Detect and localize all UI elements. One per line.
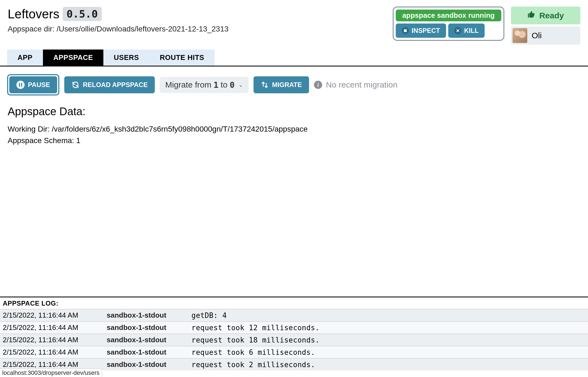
appspace-dir-line: Appspace dir: /Users/ollie/Downloads/lef…: [8, 25, 386, 33]
migrate-to-text: to: [221, 80, 228, 89]
log-source: sandbox-1-stdout: [104, 358, 189, 370]
user-name: Oli: [532, 31, 542, 40]
log-row: 2/15/2022, 11:16:44 AMsandbox-1-stdoutre…: [0, 346, 588, 358]
log-source: sandbox-1-stdout: [104, 334, 189, 346]
user-chip[interactable]: Oli: [511, 27, 580, 45]
migrate-range-select[interactable]: Migrate from 1 to 0 ⌄: [160, 77, 249, 93]
log-table: 2/15/2022, 11:16:44 AMsandbox-1-stdoutge…: [0, 309, 588, 370]
working-dir-line: Working Dir: /var/folders/6z/x6_ksh3d2bl…: [8, 125, 580, 134]
reload-appspace-button[interactable]: RELOAD APPSPACE: [64, 76, 155, 93]
kill-button[interactable]: KILL: [448, 24, 485, 38]
log-row: 2/15/2022, 11:16:44 AMsandbox-1-stdoutre…: [0, 321, 588, 334]
version-badge: 0.5.0: [63, 7, 101, 21]
ready-label: Ready: [539, 11, 564, 20]
migrate-button[interactable]: MIGRATE: [254, 76, 309, 93]
inspect-button-label: INSPECT: [412, 27, 440, 34]
working-dir-value: /var/folders/6z/x6_ksh3d2blc7s6rn5fy098h…: [52, 125, 308, 133]
log-header: APPSPACE LOG:: [0, 297, 588, 309]
log-row: 2/15/2022, 11:16:44 AMsandbox-1-stdoutge…: [0, 309, 588, 321]
appspace-dir-label: Appspace dir:: [8, 25, 54, 33]
working-dir-label: Working Dir:: [8, 125, 50, 133]
tab-routehits[interactable]: ROUTE HITS: [149, 50, 214, 66]
sandbox-panel: appspace sandbox running INSPECT KILL: [393, 7, 504, 41]
log-source: sandbox-1-stdout: [104, 321, 189, 334]
thumbs-up-icon: [527, 10, 535, 21]
migrate-from-value: 1: [214, 80, 219, 90]
migration-status: i No recent migration: [314, 80, 398, 89]
tab-bar: APP APPSPACE USERS ROUTE HITS: [7, 50, 588, 66]
log-message: request took 18 milliseconds.: [189, 334, 588, 346]
log-time: 2/15/2022, 11:16:44 AM: [0, 334, 104, 346]
log-source: sandbox-1-stdout: [104, 309, 189, 321]
log-message: request took 2 milliseconds.: [189, 358, 588, 370]
kill-button-label: KILL: [464, 27, 479, 34]
reload-icon: [71, 81, 80, 89]
ready-status-badge: Ready: [511, 7, 580, 24]
log-time: 2/15/2022, 11:16:44 AM: [0, 346, 104, 358]
log-message: request took 12 milliseconds.: [189, 321, 588, 334]
chevron-down-icon: ⌄: [238, 82, 243, 88]
tab-app[interactable]: APP: [7, 50, 43, 66]
inspect-button[interactable]: INSPECT: [396, 24, 446, 38]
app-title: Leftovers: [8, 7, 59, 21]
migrate-from-text: Migrate from: [165, 80, 211, 89]
appspace-schema-line: Appspace Schema: 1: [8, 136, 580, 145]
log-source: sandbox-1-stdout: [104, 346, 189, 358]
stop-square-icon: [402, 27, 409, 34]
migrate-to-value: 0: [230, 80, 235, 90]
svg-rect-0: [404, 29, 407, 32]
pause-button-wrap: PAUSE: [7, 74, 59, 95]
tab-appspace[interactable]: APPSPACE: [43, 50, 103, 66]
info-icon: i: [314, 81, 322, 89]
avatar: [513, 28, 527, 43]
close-x-icon: [454, 27, 461, 34]
log-panel: APPSPACE LOG: 2/15/2022, 11:16:44 AMsand…: [0, 297, 588, 377]
tab-users[interactable]: USERS: [103, 50, 149, 66]
appspace-dir-path: /Users/ollie/Downloads/leftovers-2021-12…: [57, 25, 229, 33]
pause-button-label: PAUSE: [28, 81, 50, 89]
log-row: 2/15/2022, 11:16:44 AMsandbox-1-stdoutre…: [0, 334, 588, 346]
sandbox-status-badge: appspace sandbox running: [396, 10, 501, 21]
appspace-schema-value: 1: [76, 136, 81, 145]
migration-status-text: No recent migration: [326, 80, 398, 89]
log-message: request took 6 milliseconds.: [189, 346, 588, 358]
appspace-schema-label: Appspace Schema:: [8, 136, 74, 145]
section-title-appspace-data: Appspace Data:: [8, 105, 580, 118]
migrate-button-label: MIGRATE: [272, 81, 302, 89]
pause-button[interactable]: PAUSE: [9, 76, 57, 93]
swap-arrows-icon: [261, 81, 269, 89]
status-bar-url: localhost:3003/dropserver-dev/users: [0, 369, 102, 377]
log-message: getDB: 4: [189, 309, 588, 321]
log-time: 2/15/2022, 11:16:44 AM: [0, 321, 104, 334]
pause-icon: [16, 81, 25, 89]
reload-button-label: RELOAD APPSPACE: [83, 81, 148, 89]
log-time: 2/15/2022, 11:16:44 AM: [0, 309, 104, 321]
